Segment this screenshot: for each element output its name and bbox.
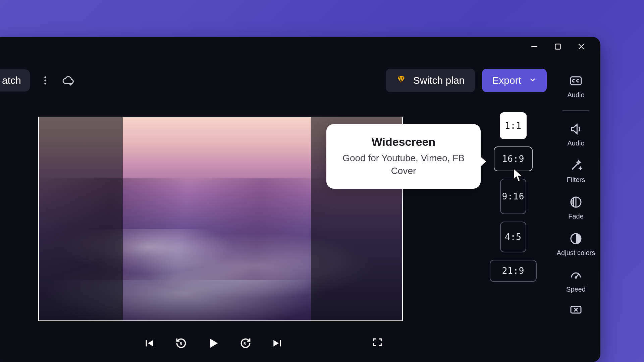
project-title-chip[interactable]: atch (0, 69, 30, 92)
title-bar (0, 37, 600, 56)
crop-overlay-left (39, 117, 123, 320)
play-button[interactable] (205, 335, 221, 351)
rail-fade-label: Fade (568, 213, 584, 220)
rail-adjust-label: Adjust colors (557, 249, 595, 257)
rail-filters-button[interactable]: Filters (567, 159, 585, 184)
rail-captions-label: Audio (567, 91, 584, 99)
tooltip-title: Widescreen (338, 135, 469, 148)
speaker-icon (569, 122, 583, 136)
app-window: atch Switch plan Export (0, 37, 600, 362)
ratio-16-9-button[interactable]: 16:9 (494, 146, 533, 171)
ratio-1-1-button[interactable]: 1:1 (500, 112, 527, 139)
skip-forward-5-button[interactable]: 5 (237, 335, 254, 351)
half-circle-icon (569, 232, 583, 246)
switch-plan-label: Switch plan (413, 75, 465, 86)
close-button[interactable] (577, 42, 586, 51)
transition-icon (569, 303, 583, 317)
ratio-21-9-button[interactable]: 21:9 (490, 260, 537, 282)
switch-plan-button[interactable]: Switch plan (386, 69, 475, 92)
fullscreen-button[interactable] (372, 337, 383, 349)
rail-audio-label: Audio (567, 139, 584, 147)
rail-speed-button[interactable]: Speed (566, 268, 586, 293)
premium-gem-icon (396, 75, 406, 86)
side-tool-rail: Audio Audio Filters Fade Adjust colors (551, 74, 600, 317)
rail-extra-button[interactable] (569, 303, 583, 317)
skip-back-5-button[interactable]: 5 (173, 335, 189, 351)
svg-point-6 (44, 83, 46, 84)
rail-adjust-colors-button[interactable]: Adjust colors (557, 232, 595, 257)
export-button[interactable]: Export (482, 69, 547, 92)
rail-filters-label: Filters (567, 176, 585, 184)
ratio-9-16-button[interactable]: 9:16 (500, 179, 526, 214)
cloud-sync-icon[interactable] (61, 73, 75, 88)
svg-point-14 (575, 277, 577, 278)
fade-icon (569, 195, 583, 209)
speedometer-icon (569, 268, 583, 282)
magic-wand-icon (569, 159, 583, 173)
skip-forward-value: 5 (244, 342, 246, 346)
minimize-button[interactable] (530, 42, 539, 51)
chevron-down-icon (529, 75, 537, 86)
tooltip-body: Good for Youtube, Vimeo, FB Cover (338, 152, 469, 177)
header-row: atch Switch plan Export (0, 67, 600, 94)
svg-point-4 (44, 76, 46, 78)
rail-captions-button[interactable]: Audio (567, 74, 584, 99)
skip-back-value: 5 (180, 342, 182, 346)
closed-captions-icon (569, 74, 583, 88)
rail-fade-button[interactable]: Fade (568, 195, 584, 220)
ratio-tooltip: Widescreen Good for Youtube, Vimeo, FB C… (326, 124, 481, 189)
ratio-4-5-button[interactable]: 4:5 (500, 222, 526, 252)
svg-rect-1 (555, 44, 560, 49)
rail-speed-label: Speed (566, 286, 586, 293)
project-title-text: atch (2, 75, 21, 86)
export-label: Export (492, 75, 521, 86)
svg-point-5 (44, 79, 46, 81)
previous-button[interactable] (141, 335, 157, 351)
next-button[interactable] (270, 335, 286, 351)
playback-controls: 5 5 (141, 335, 286, 351)
maximize-button[interactable] (553, 42, 562, 51)
more-options-button[interactable] (38, 73, 53, 88)
rail-separator (562, 110, 589, 111)
rail-audio-button[interactable]: Audio (567, 122, 584, 147)
aspect-ratio-picker: 1:1 16:9 9:16 4:5 21:9 (490, 112, 537, 282)
